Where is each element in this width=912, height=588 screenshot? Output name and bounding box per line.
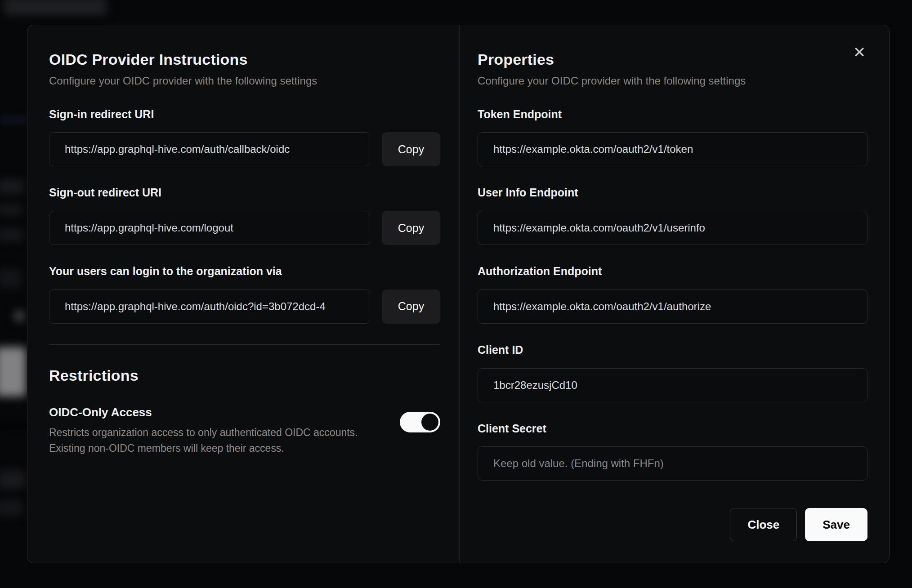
- userinfo-endpoint-row: [478, 211, 867, 245]
- oidc-only-toggle[interactable]: [400, 412, 440, 432]
- token-endpoint-input[interactable]: [478, 132, 867, 166]
- signin-redirect-row: Copy: [49, 132, 440, 166]
- oidc-only-description-line1: Restricts organization access to only au…: [49, 425, 382, 441]
- copy-signout-button[interactable]: Copy: [382, 211, 440, 245]
- authorization-endpoint-input[interactable]: [478, 290, 867, 324]
- oidc-settings-modal: ✕ OIDC Provider Instructions Configure y…: [27, 25, 890, 563]
- properties-column: Properties Configure your OIDC provider …: [459, 25, 889, 563]
- signin-redirect-input[interactable]: [49, 132, 370, 166]
- client-secret-row: [478, 446, 867, 481]
- instructions-subtitle: Configure your OIDC provider with the fo…: [49, 74, 440, 88]
- login-url-label: Your users can login to the organization…: [49, 265, 440, 278]
- copy-signin-button[interactable]: Copy: [382, 132, 440, 166]
- section-divider: [49, 344, 440, 345]
- login-url-input[interactable]: [49, 290, 370, 324]
- client-secret-label: Client Secret: [478, 422, 867, 435]
- properties-title: Properties: [478, 50, 867, 69]
- userinfo-endpoint-label: User Info Endpoint: [478, 186, 867, 199]
- oidc-only-access-row: OIDC-Only Access Restricts organization …: [49, 405, 440, 456]
- signout-redirect-row: Copy: [49, 211, 440, 245]
- client-id-row: [478, 368, 867, 402]
- restrictions-title: Restrictions: [49, 366, 440, 385]
- signout-redirect-label: Sign-out redirect URI: [49, 186, 440, 199]
- authorization-endpoint-label: Authorization Endpoint: [478, 265, 867, 278]
- oidc-only-description-line2: Existing non-OIDC members will keep thei…: [49, 441, 382, 456]
- token-endpoint-row: [478, 132, 867, 166]
- login-url-row: Copy: [49, 290, 440, 324]
- close-icon[interactable]: ✕: [849, 42, 869, 62]
- client-secret-input[interactable]: [478, 446, 867, 481]
- close-button[interactable]: Close: [730, 508, 797, 541]
- instructions-column: OIDC Provider Instructions Configure you…: [27, 25, 459, 563]
- signout-redirect-input[interactable]: [49, 211, 370, 245]
- oidc-only-label: OIDC-Only Access: [49, 405, 382, 419]
- client-id-input[interactable]: [478, 368, 867, 402]
- copy-login-url-button[interactable]: Copy: [382, 290, 440, 324]
- userinfo-endpoint-input[interactable]: [478, 211, 867, 245]
- toggle-knob: [421, 414, 438, 431]
- modal-footer-buttons: Close Save: [478, 508, 867, 541]
- authorization-endpoint-row: [478, 290, 867, 324]
- oidc-only-text: OIDC-Only Access Restricts organization …: [49, 405, 382, 456]
- save-button[interactable]: Save: [805, 508, 867, 541]
- oidc-only-description: Restricts organization access to only au…: [49, 425, 382, 456]
- signin-redirect-label: Sign-in redirect URI: [49, 108, 440, 121]
- client-id-label: Client ID: [478, 343, 867, 356]
- properties-subtitle: Configure your OIDC provider with the fo…: [478, 74, 867, 88]
- token-endpoint-label: Token Endpoint: [478, 108, 867, 121]
- instructions-title: OIDC Provider Instructions: [49, 50, 440, 69]
